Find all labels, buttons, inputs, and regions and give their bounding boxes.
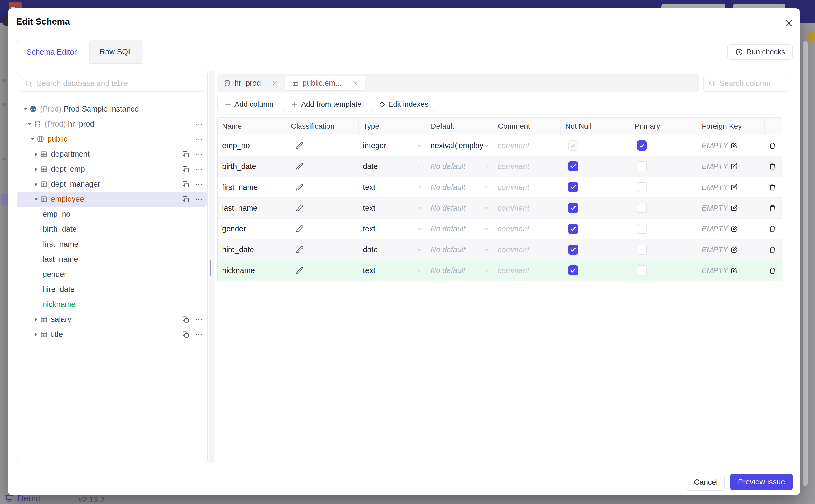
run-checks-button[interactable]: Run checks xyxy=(727,44,793,60)
not-null-checkbox[interactable] xyxy=(568,245,578,255)
background-avatar[interactable] xyxy=(807,31,815,41)
caret-right-icon[interactable] xyxy=(32,151,40,158)
copy-icon[interactable] xyxy=(182,180,190,188)
edit-foreign-key-icon[interactable] xyxy=(731,267,738,274)
delete-column-icon[interactable] xyxy=(769,163,776,170)
pencil-icon[interactable] xyxy=(296,204,303,212)
delete-column-icon[interactable] xyxy=(769,267,776,274)
type-select[interactable]: text xyxy=(358,198,426,218)
tree-item-hr-prod[interactable]: (Prod)hr_prod xyxy=(17,117,206,132)
copy-icon[interactable] xyxy=(182,195,190,203)
primary-checkbox[interactable] xyxy=(637,265,647,275)
pencil-icon[interactable] xyxy=(296,246,303,254)
edit-foreign-key-icon[interactable] xyxy=(731,205,738,212)
caret-down-icon[interactable] xyxy=(26,121,34,128)
column-name-cell[interactable]: hire_date xyxy=(218,239,286,260)
edit-foreign-key-icon[interactable] xyxy=(731,142,738,149)
pencil-icon[interactable] xyxy=(296,266,303,274)
more-menu-icon[interactable] xyxy=(195,195,203,203)
default-select[interactable]: No default xyxy=(426,177,493,197)
column-search-input[interactable] xyxy=(719,79,784,88)
default-select[interactable]: No default xyxy=(426,156,493,177)
preview-issue-button[interactable]: Preview issue xyxy=(730,474,793,490)
primary-checkbox[interactable] xyxy=(637,224,647,234)
pencil-icon[interactable] xyxy=(296,225,303,233)
editor-tab-hr-prod[interactable]: hr_prod xyxy=(217,76,284,90)
default-select[interactable]: No default xyxy=(426,219,493,239)
default-select[interactable]: nextval('employ xyxy=(426,135,493,156)
primary-checkbox[interactable] xyxy=(637,203,647,213)
tree-item-emp-no[interactable]: emp_no xyxy=(17,207,206,222)
tree-item-dept-emp[interactable]: dept_emp xyxy=(17,162,206,177)
tab-schema-editor[interactable]: Schema Editor xyxy=(16,40,87,64)
pencil-icon[interactable] xyxy=(296,142,303,149)
panel-resizer[interactable] xyxy=(209,71,214,463)
edit-foreign-key-icon[interactable] xyxy=(731,184,738,191)
close-tab-icon[interactable] xyxy=(352,80,359,86)
more-menu-icon[interactable] xyxy=(195,180,203,188)
column-name-cell[interactable]: last_name xyxy=(218,198,286,218)
more-menu-icon[interactable] xyxy=(195,150,203,158)
tree-item-last-name[interactable]: last_name xyxy=(17,252,206,267)
comment-input[interactable]: comment xyxy=(493,198,561,218)
not-null-checkbox[interactable] xyxy=(568,182,578,192)
more-menu-icon[interactable] xyxy=(195,331,203,338)
delete-column-icon[interactable] xyxy=(769,142,776,149)
edit-foreign-key-icon[interactable] xyxy=(731,246,738,253)
default-select[interactable]: No default xyxy=(426,260,493,281)
more-menu-icon[interactable] xyxy=(195,120,203,128)
tree-item-dept-manager[interactable]: dept_manager xyxy=(17,177,206,192)
caret-down-icon[interactable] xyxy=(32,196,40,203)
tree-item-prod-sample-instance[interactable]: (Prod)Prod Sample Instance xyxy=(17,101,206,117)
copy-icon[interactable] xyxy=(182,316,190,323)
edit-indexes-button[interactable]: Edit indexes xyxy=(372,97,435,112)
type-select[interactable]: integer xyxy=(358,135,426,156)
primary-checkbox[interactable] xyxy=(637,161,647,171)
comment-input[interactable]: comment xyxy=(493,177,561,197)
caret-right-icon[interactable] xyxy=(32,316,40,323)
delete-column-icon[interactable] xyxy=(769,246,776,253)
column-name-cell[interactable]: gender xyxy=(218,219,286,239)
not-null-checkbox[interactable] xyxy=(568,224,578,234)
column-name-cell[interactable]: nickname xyxy=(218,260,286,281)
comment-input[interactable]: comment xyxy=(493,135,561,156)
caret-right-icon[interactable] xyxy=(32,166,40,173)
tree-item-nickname[interactable]: nickname xyxy=(17,297,206,312)
primary-checkbox[interactable] xyxy=(637,245,647,255)
edit-foreign-key-icon[interactable] xyxy=(731,225,738,232)
more-menu-icon[interactable] xyxy=(195,316,203,323)
not-null-checkbox[interactable] xyxy=(568,265,578,275)
add-column-button[interactable]: Add column xyxy=(217,97,280,112)
tree-item-first-name[interactable]: first_name xyxy=(17,237,206,252)
tree-item-birth-date[interactable]: birth_date xyxy=(17,222,206,237)
type-select[interactable]: text xyxy=(358,219,426,239)
more-menu-icon[interactable] xyxy=(195,165,203,173)
editor-tab-public-em-[interactable]: public.em... xyxy=(285,76,365,90)
comment-input[interactable]: comment xyxy=(493,219,561,239)
copy-icon[interactable] xyxy=(182,331,190,338)
pencil-icon[interactable] xyxy=(296,162,303,170)
more-menu-icon[interactable] xyxy=(195,135,203,143)
edit-foreign-key-icon[interactable] xyxy=(731,163,738,170)
close-icon[interactable] xyxy=(784,18,794,28)
column-name-cell[interactable]: first_name xyxy=(218,177,286,197)
type-select[interactable]: text xyxy=(358,177,426,197)
column-name-cell[interactable]: birth_date xyxy=(218,156,286,177)
default-select[interactable]: No default xyxy=(426,239,493,260)
delete-column-icon[interactable] xyxy=(769,205,776,212)
tab-raw-sql[interactable]: Raw SQL xyxy=(89,40,142,64)
copy-icon[interactable] xyxy=(182,150,190,158)
pencil-icon[interactable] xyxy=(296,183,303,191)
not-null-checkbox[interactable] xyxy=(568,161,578,171)
comment-input[interactable]: comment xyxy=(493,260,561,281)
not-null-checkbox[interactable] xyxy=(568,203,578,213)
delete-column-icon[interactable] xyxy=(769,184,776,191)
type-select[interactable]: text xyxy=(358,260,426,281)
delete-column-icon[interactable] xyxy=(769,225,776,232)
tree-item-salary[interactable]: salary xyxy=(17,312,206,327)
caret-down-icon[interactable] xyxy=(21,106,29,113)
close-tab-icon[interactable] xyxy=(271,80,278,86)
caret-down-icon[interactable] xyxy=(29,136,37,143)
background-scrollbar[interactable] xyxy=(803,41,808,486)
type-select[interactable]: date xyxy=(358,156,426,177)
